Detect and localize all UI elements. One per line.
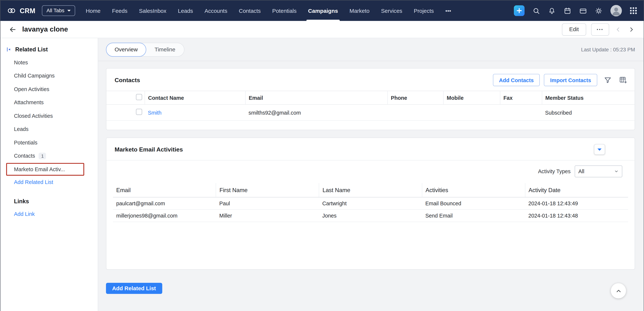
last-update-text: Last Update : 05:23 PM	[581, 46, 635, 52]
sidebar-item-leads[interactable]: Leads	[0, 123, 98, 136]
add-related-list-link[interactable]: Add Related List	[0, 176, 98, 188]
sidebar-item-notes[interactable]: Notes	[0, 56, 98, 69]
payments-button[interactable]	[579, 7, 587, 15]
contacts-actions: Add Contacts Import Contacts	[493, 74, 628, 86]
sidebar-item-label: Contacts	[14, 153, 35, 159]
contacts-table-header-row: Contact Name Email Phone Mobile Fax Memb…	[106, 91, 634, 104]
nav-item-leads[interactable]: Leads	[172, 0, 199, 21]
edit-button[interactable]: Edit	[562, 23, 586, 35]
back-arrow-icon	[8, 25, 17, 33]
contact-phone	[387, 104, 443, 120]
sidebar-item-potentials[interactable]: Potentials	[0, 136, 98, 149]
crm-logo-icon[interactable]	[7, 7, 16, 14]
contacts-count-badge: 1	[39, 153, 46, 159]
topnav-actions	[514, 5, 637, 16]
notifications-bell-icon	[548, 7, 556, 15]
contact-email: smilths92@gmail.com	[245, 104, 387, 120]
search-icon	[532, 7, 540, 15]
caret-down-icon	[67, 10, 70, 13]
previous-record-button[interactable]	[614, 25, 622, 33]
related-list-title: Related List	[15, 46, 48, 52]
activity-types-label: Activity Types	[538, 168, 570, 174]
import-contacts-button[interactable]: Import Contacts	[544, 74, 597, 86]
next-record-button[interactable]	[627, 25, 636, 33]
select-all-checkbox[interactable]	[136, 94, 142, 100]
related-list-items: Notes Child Campaigns Open Activities At…	[0, 56, 98, 176]
row-checkbox[interactable]	[136, 109, 142, 115]
add-related-list-button[interactable]: Add Related List	[106, 283, 162, 294]
main-content: Contacts Add Contacts Import Contacts	[98, 61, 644, 311]
contact-member-status: Subscribed	[542, 104, 634, 120]
caret-down-icon	[597, 148, 602, 151]
column-member-status: Member Status	[542, 91, 634, 104]
activity-email: paulcart@gmail.com	[113, 197, 216, 209]
all-tabs-dropdown[interactable]: All Tabs	[42, 5, 75, 16]
activity-type: Send Email	[422, 210, 525, 222]
payments-card-icon	[579, 7, 587, 15]
notifications-button[interactable]	[548, 7, 556, 15]
brand-text: CRM	[20, 7, 36, 15]
activity-first-name: Paul	[216, 197, 319, 209]
marketo-activities-table: Email First Name Last Name Activities Ac…	[113, 183, 628, 222]
back-button[interactable]	[8, 25, 17, 33]
column-activities: Activities	[422, 183, 525, 197]
brand: CRM	[7, 7, 36, 15]
contacts-card-header: Contacts Add Contacts Import Contacts	[106, 69, 634, 91]
nav-item-salesinbox[interactable]: SalesInbox	[133, 0, 172, 21]
nav-item-accounts[interactable]: Accounts	[199, 0, 233, 21]
column-fax: Fax	[500, 91, 542, 104]
activity-row: paulcart@gmail.com Paul Cartwright Email…	[113, 197, 628, 209]
sidebar-item-open-activities[interactable]: Open Activities	[0, 82, 98, 96]
tab-overview[interactable]: Overview	[106, 42, 146, 56]
calendar-button[interactable]	[564, 7, 572, 15]
apps-grid-button[interactable]	[630, 7, 637, 14]
sidebar-item-child-campaigns[interactable]: Child Campaigns	[0, 69, 98, 82]
page-title: lavanya clone	[22, 25, 68, 33]
nav-item-potentials[interactable]: Potentials	[266, 0, 302, 21]
add-link-link[interactable]: Add Link	[0, 208, 98, 220]
create-button[interactable]	[514, 5, 525, 16]
record-header-actions: Edit •••	[562, 23, 636, 35]
contacts-card-footer	[106, 121, 634, 130]
tab-timeline[interactable]: Timeline	[146, 42, 184, 56]
marketo-activities-card: Marketo Email Activities Activity Types …	[106, 137, 635, 270]
top-navbar: CRM All Tabs Home Feeds SalesInbox Leads…	[0, 0, 644, 21]
column-first-name: First Name	[216, 183, 319, 197]
links-section-title: Links	[0, 188, 98, 208]
chevron-right-icon	[628, 26, 634, 33]
scroll-to-top-button[interactable]	[611, 283, 626, 299]
nav-item-home[interactable]: Home	[80, 0, 106, 21]
activity-date: 2024-01-18 12:43:49	[525, 197, 628, 209]
search-button[interactable]	[532, 7, 540, 15]
contacts-table: Contact Name Email Phone Mobile Fax Memb…	[106, 91, 634, 121]
activity-types-select[interactable]: All	[574, 165, 622, 177]
column-last-name: Last Name	[319, 183, 422, 197]
nav-item-projects[interactable]: Projects	[408, 0, 440, 21]
marketo-table-header-row: Email First Name Last Name Activities Ac…	[113, 183, 628, 197]
add-column-button[interactable]	[618, 75, 628, 85]
settings-button[interactable]	[595, 7, 602, 15]
contact-row: Smith smilths92@gmail.com Subscribed	[106, 104, 634, 120]
sidebar-item-closed-activities[interactable]: Closed Activities	[0, 109, 98, 123]
nav-item-marketo[interactable]: Marketo	[344, 0, 375, 21]
nav-item-campaigns[interactable]: Campaigns	[302, 0, 344, 21]
nav-more-button[interactable]: •••	[440, 0, 457, 21]
marketo-options-button[interactable]	[594, 144, 605, 155]
user-avatar[interactable]	[610, 5, 622, 16]
sidebar-item-contacts[interactable]: Contacts 1	[0, 149, 98, 163]
nav-item-feeds[interactable]: Feeds	[106, 0, 133, 21]
nav-item-contacts[interactable]: Contacts	[233, 0, 266, 21]
nav-item-services[interactable]: Services	[375, 0, 408, 21]
app-window: CRM All Tabs Home Feeds SalesInbox Leads…	[0, 0, 644, 311]
contact-name-link[interactable]: Smith	[148, 109, 162, 116]
sidebar-item-marketo-email-activities[interactable]: Marketo Email Activ...	[6, 163, 84, 176]
marketo-title: Marketo Email Activities	[115, 146, 183, 153]
column-mobile: Mobile	[443, 91, 500, 104]
record-header: lavanya clone Edit •••	[0, 21, 644, 38]
sidebar-item-attachments[interactable]: Attachments	[0, 96, 98, 109]
filter-button[interactable]	[603, 75, 612, 85]
create-icon	[514, 5, 525, 16]
record-more-button[interactable]: •••	[591, 23, 609, 35]
add-contacts-button[interactable]: Add Contacts	[493, 74, 540, 86]
collapse-panel-icon[interactable]	[6, 46, 12, 52]
